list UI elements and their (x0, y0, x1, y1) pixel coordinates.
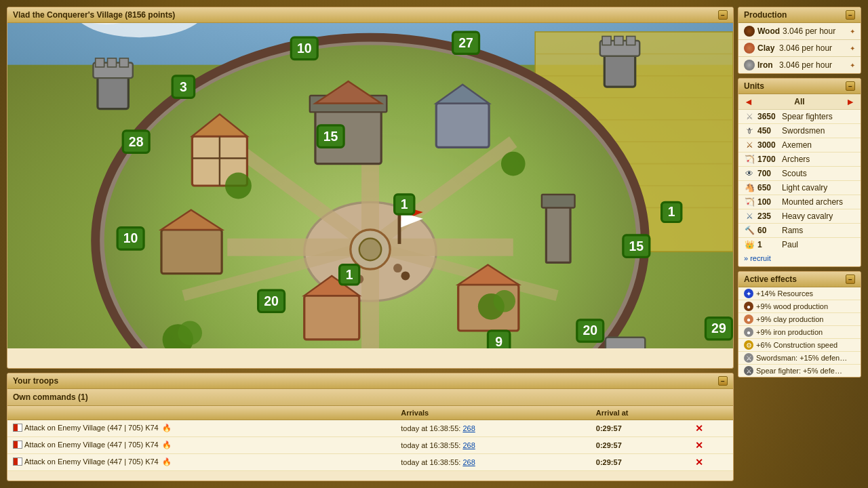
effect-icon-iron: ● (744, 327, 753, 337)
svg-rect-51 (304, 296, 359, 340)
wood-resource-icon (744, 26, 755, 37)
svg-text:10: 10 (297, 41, 312, 56)
production-row-clay: Clay3.046 per hour✦ (738, 40, 861, 57)
unit-row-axe: ⚔3000Axemen (738, 138, 861, 152)
unit-row-noble: 👑1Paul (738, 238, 861, 251)
prod-value-clay: 3.046 per hour (779, 43, 847, 53)
prod-arrow-wood: ✦ (850, 28, 855, 35)
effect-row: ●+9% iron production (738, 326, 861, 339)
effect-icon-brown: ● (744, 302, 753, 311)
effect-text: +14% Resources (756, 289, 813, 298)
prod-arrow-iron: ✦ (850, 62, 855, 69)
noble-count: 1 (757, 240, 779, 249)
recruit-link[interactable]: » recruit (744, 254, 771, 262)
units-minimize-button[interactable]: − (846, 81, 855, 91)
svg-point-71 (401, 271, 410, 280)
troops-cancel-cell-0[interactable]: ✕ (690, 420, 733, 437)
ram-name: Rams (782, 226, 855, 235)
svg-text:28: 28 (129, 134, 144, 149)
cancel-button-1[interactable]: ✕ (695, 440, 703, 451)
troops-command-cell-0: Attack on Enemy Village (447 | 705) K74 … (7, 420, 395, 437)
effect-icon-yellow: ⚙ (744, 340, 753, 350)
scout-name: Scouts (782, 169, 855, 178)
effect-row: ⚔Swordsman: +15% defen… (738, 352, 861, 365)
axe-unit-icon: ⚔ (744, 140, 755, 150)
lcav-name: Light cavalry (782, 183, 855, 192)
svg-text:15: 15 (629, 239, 644, 253)
units-title: Units (744, 81, 764, 91)
units-nav: ◄ All ► (738, 94, 861, 110)
active-effects-panel: Active effects − ✦+14% Resources●+9% woo… (738, 271, 861, 378)
svg-text:9: 9 (495, 334, 502, 348)
cancel-button-0[interactable]: ✕ (695, 423, 703, 434)
prod-value-wood: 3.046 per hour (783, 26, 847, 36)
units-header: Units − (738, 79, 861, 94)
attack-flag-icon-1: Attack on Enemy Village (447 | 705) K74 … (13, 442, 172, 450)
troops-arrival-cell-0: today at 16:38:55: 268 (395, 420, 591, 437)
own-commands-label: Own commands (1) (13, 392, 88, 402)
ram-unit-icon: 🔨 (744, 225, 755, 236)
troops-panel: Your troops − Own commands (1) Arrivals … (7, 373, 734, 481)
units-filter-label: All (794, 97, 804, 106)
effect-text: +9% wood production (756, 302, 828, 310)
effect-row: ⚙+6% Construction speed (738, 339, 861, 352)
lcav-count: 650 (757, 183, 779, 192)
axe-count: 3000 (757, 140, 779, 150)
production-header: Production − (738, 7, 861, 23)
troops-cancel-cell-2[interactable]: ✕ (690, 454, 733, 471)
units-panel: Units − ◄ All ► ⚔3650Spear fighters🗡450S… (738, 78, 861, 267)
svg-text:27: 27 (458, 35, 473, 50)
svg-point-65 (178, 321, 202, 345)
unit-row-lcav: 🐴650Light cavalry (738, 181, 861, 195)
production-row-iron: Iron3.046 per hour✦ (738, 57, 861, 73)
scout-unit-icon: 👁 (744, 168, 755, 179)
unit-row-hcav: ⚔235Heavy cavalry (738, 209, 861, 224)
troops-minimize-button[interactable]: − (718, 376, 728, 386)
effect-text: +9% clay production (756, 315, 823, 323)
recruit-link-container: » recruit (738, 251, 861, 266)
effect-icon-spear: ⚔ (744, 366, 753, 375)
svg-text:1: 1 (668, 204, 675, 219)
attack-flag-icon-2: Attack on Enemy Village (447 | 705) K74 … (13, 459, 172, 467)
troops-title: Your troops (13, 376, 58, 386)
svg-point-66 (225, 173, 252, 199)
troops-col-command (7, 406, 395, 420)
troops-panel-header: Your troops − (7, 373, 733, 389)
archer-unit-icon: 🏹 (744, 154, 755, 165)
svg-rect-49 (161, 230, 222, 274)
svg-text:20: 20 (264, 293, 279, 308)
troops-row-0: Attack on Enemy Village (447 | 705) K74 … (7, 420, 733, 437)
spear-count: 3650 (757, 112, 779, 121)
troops-arrival-at-cell-0: 0:29:57 (591, 420, 690, 437)
active-effects-minimize-button[interactable]: − (846, 274, 855, 284)
archer-name: Archers (782, 155, 855, 164)
troops-command-cell-2: Attack on Enemy Village (447 | 705) K74 … (7, 454, 395, 471)
svg-rect-26 (602, 37, 611, 45)
cancel-button-2[interactable]: ✕ (695, 457, 703, 468)
units-prev-button[interactable]: ◄ (744, 96, 753, 107)
svg-text:1: 1 (346, 267, 353, 282)
village-panel-header: Vlad the Conquerer's Village (8156 point… (7, 7, 733, 23)
svg-text:3: 3 (180, 79, 187, 94)
village-minimize-button[interactable]: − (718, 10, 728, 20)
troops-arrival-cell-2: today at 16:38:55: 268 (395, 454, 591, 471)
production-minimize-button[interactable]: − (846, 10, 855, 20)
troops-row-1: Attack on Enemy Village (447 | 705) K74 … (7, 437, 733, 454)
troops-col-arrivals: Arrivals (395, 406, 591, 420)
production-rows: Wood3.046 per hour✦Clay3.046 per hour✦Ir… (738, 23, 861, 73)
active-effects-header: Active effects − (738, 272, 861, 287)
units-next-button[interactable]: ► (846, 96, 855, 107)
village-map[interactable]: 29 30 3 10 27 28 (7, 23, 733, 348)
prod-label-clay: Clay (757, 43, 776, 53)
troops-cancel-cell-1[interactable]: ✕ (690, 437, 733, 454)
units-rows: ⚔3650Spear fighters🗡450Swordsmen⚔3000Axe… (738, 110, 861, 251)
attack-flag-icon-0: Attack on Enemy Village (447 | 705) K74 … (13, 425, 172, 433)
ram-count: 60 (757, 226, 779, 235)
troops-row-2: Attack on Enemy Village (447 | 705) K74 … (7, 454, 733, 471)
troops-col-cancel (690, 406, 733, 420)
svg-point-67 (501, 152, 526, 176)
effect-text: +6% Construction speed (756, 341, 837, 349)
village-panel: Vlad the Conquerer's Village (8156 point… (7, 7, 734, 369)
production-title: Production (744, 10, 787, 20)
svg-point-58 (359, 239, 381, 260)
